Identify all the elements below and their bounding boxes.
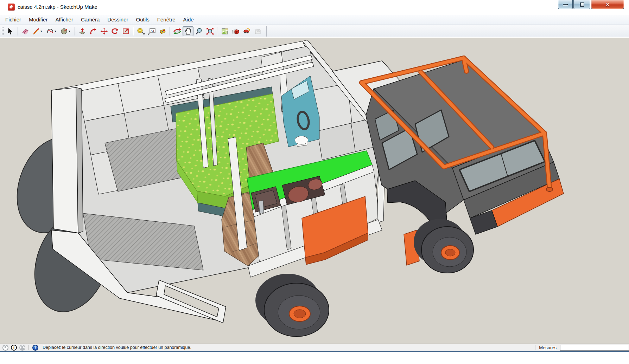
menu-outils[interactable]: Outils bbox=[132, 15, 153, 24]
line-pencil-icon bbox=[32, 28, 40, 35]
paint-bucket-icon bbox=[159, 28, 166, 35]
bottom-margin bbox=[0, 352, 629, 364]
close-button[interactable]: X bbox=[591, 0, 624, 9]
add-location-map-icon bbox=[221, 28, 229, 35]
statusbar: i ? Déplacez le curseur dans la directio… bbox=[0, 344, 629, 352]
share-model-icon bbox=[243, 28, 250, 35]
toolbar-separator bbox=[75, 27, 75, 35]
eraser-icon bbox=[21, 28, 29, 35]
minimize-button[interactable] bbox=[558, 0, 573, 9]
toolbar-separator bbox=[266, 26, 267, 37]
circle-dropdown-caret[interactable]: ▾ bbox=[69, 30, 72, 33]
move-tool-button[interactable] bbox=[99, 26, 109, 36]
orbit-tool-button[interactable] bbox=[172, 26, 183, 36]
pan-tool-button[interactable] bbox=[183, 26, 193, 36]
toolbar-separator bbox=[170, 27, 170, 35]
minimize-icon bbox=[563, 4, 568, 5]
toilet bbox=[295, 136, 308, 144]
circle-tool-button[interactable] bbox=[59, 26, 70, 36]
geolocation-icon[interactable] bbox=[2, 345, 8, 351]
text-tool-button[interactable]: A1 bbox=[146, 26, 157, 36]
text-icon: A1 bbox=[147, 28, 156, 35]
get-models-warehouse-icon bbox=[232, 28, 240, 35]
restore-icon bbox=[580, 3, 584, 6]
close-icon: X bbox=[606, 2, 609, 7]
arc-tool-button[interactable] bbox=[45, 26, 56, 36]
rotate-tool-button[interactable] bbox=[109, 26, 120, 36]
arc-icon bbox=[46, 28, 54, 35]
toolbar: ▾ ▾ ▾ A1 bbox=[0, 25, 629, 37]
menu-modifier[interactable]: Modifier bbox=[25, 15, 51, 24]
offset-tool-button[interactable] bbox=[120, 26, 131, 36]
toolbar-separator bbox=[217, 27, 217, 35]
sketchup-logo-icon bbox=[8, 4, 15, 11]
help-icon[interactable]: ? bbox=[32, 345, 38, 351]
menubar: Fichier Modifier Afficher Caméra Dessine… bbox=[0, 14, 629, 25]
follow-me-tool-button[interactable] bbox=[88, 26, 99, 36]
statusbar-separator bbox=[28, 345, 29, 350]
menu-camera[interactable]: Caméra bbox=[77, 15, 103, 24]
get-models-button[interactable] bbox=[230, 26, 241, 36]
pan-hand-icon bbox=[184, 28, 192, 35]
push-pull-icon bbox=[78, 28, 86, 35]
measurements-input[interactable] bbox=[560, 345, 629, 351]
zoom-tool-button[interactable] bbox=[193, 26, 204, 36]
share-model-button[interactable] bbox=[241, 26, 252, 36]
truck-camper-model bbox=[0, 38, 629, 344]
circle-icon bbox=[61, 28, 68, 35]
sketchup-window: caisse 4.2m.skp - SketchUp Make X Fichie… bbox=[0, 0, 629, 364]
menu-afficher[interactable]: Afficher bbox=[51, 15, 77, 24]
status-message: Déplacez le curseur dans la direction vo… bbox=[43, 345, 191, 350]
paint-bucket-tool-button[interactable] bbox=[157, 26, 168, 36]
tape-measure-tool-button[interactable] bbox=[135, 26, 146, 36]
statusbar-separator bbox=[535, 345, 535, 350]
extension-warehouse-icon bbox=[254, 28, 261, 35]
menu-dessiner[interactable]: Dessiner bbox=[103, 15, 132, 24]
select-tool-button[interactable] bbox=[5, 26, 16, 36]
modeling-viewport-canvas[interactable] bbox=[0, 38, 629, 344]
menu-fenetre[interactable]: Fenêtre bbox=[153, 15, 179, 24]
offset-icon bbox=[122, 28, 130, 35]
titlebar: caisse 4.2m.skp - SketchUp Make X bbox=[0, 0, 629, 14]
move-icon bbox=[100, 28, 108, 35]
toolbar-separator bbox=[18, 27, 18, 35]
select-icon bbox=[7, 28, 14, 35]
measurements-label: Mesures bbox=[539, 345, 557, 350]
sign-in-icon[interactable] bbox=[19, 345, 25, 351]
rotate-icon bbox=[111, 28, 119, 35]
window-controls: X bbox=[558, 0, 624, 9]
faucet bbox=[259, 200, 264, 214]
orbit-icon bbox=[173, 28, 182, 35]
extension-warehouse-button[interactable] bbox=[252, 26, 263, 36]
follow-me-icon bbox=[89, 28, 97, 35]
toolbar-drag-handle[interactable] bbox=[1, 27, 4, 35]
window-title: caisse 4.2m.skp - SketchUp Make bbox=[18, 4, 97, 10]
menu-aide[interactable]: Aide bbox=[179, 15, 198, 24]
credits-icon[interactable]: i bbox=[11, 345, 17, 351]
line-tool-button[interactable] bbox=[31, 26, 42, 36]
eraser-tool-button[interactable] bbox=[20, 26, 31, 36]
restore-button[interactable] bbox=[573, 0, 590, 9]
toolbar-separator bbox=[133, 27, 133, 35]
menu-fichier[interactable]: Fichier bbox=[1, 15, 25, 24]
zoom-extents-icon bbox=[206, 28, 214, 35]
tape-measure-icon bbox=[137, 28, 145, 35]
push-pull-tool-button[interactable] bbox=[77, 26, 88, 36]
zoom-extents-tool-button[interactable] bbox=[204, 26, 215, 36]
zoom-icon bbox=[195, 28, 203, 35]
svg-text:A1: A1 bbox=[151, 29, 154, 32]
line-dropdown-caret[interactable]: ▾ bbox=[40, 30, 44, 33]
arc-dropdown-caret[interactable]: ▾ bbox=[55, 30, 58, 33]
add-location-button[interactable] bbox=[219, 26, 230, 36]
